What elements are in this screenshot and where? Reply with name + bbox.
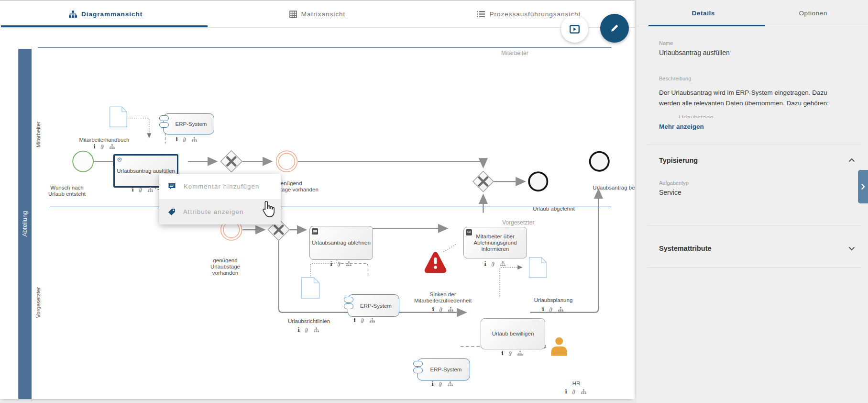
erp-system-mid[interactable]: ERP-System: [348, 294, 399, 317]
sitemap-icon[interactable]: [500, 261, 506, 267]
erp-system-bottom[interactable]: ERP-System: [417, 358, 470, 381]
tab-process-label: Prozessausführungsansicht: [489, 11, 581, 18]
tasktype-value: Service: [659, 189, 681, 196]
attribute-icons[interactable]: i: [432, 306, 453, 313]
info-icon[interactable]: i: [330, 261, 332, 267]
task-urlaubsantrag-ablehnen[interactable]: Urlaubsantrag ablehnen: [309, 226, 373, 260]
sitemap-icon[interactable]: [558, 307, 564, 312]
matrix-view-icon: [289, 11, 297, 18]
sitemap-icon[interactable]: [448, 307, 454, 312]
edit-button[interactable]: [600, 14, 629, 43]
document-urlaubsplanung[interactable]: [529, 257, 547, 278]
info-icon[interactable]: i: [431, 381, 433, 387]
chevron-right-icon: [861, 183, 865, 190]
paperclip-icon[interactable]: [439, 307, 444, 313]
attribute-icons[interactable]: i: [297, 327, 319, 333]
active-tab-underline: [1, 25, 208, 27]
chevron-up-icon[interactable]: [848, 158, 855, 162]
task-urlaub-bewilligen[interactable]: Urlaub bewilligen: [481, 318, 545, 349]
info-icon[interactable]: i: [93, 144, 95, 150]
paperclip-icon[interactable]: [304, 327, 309, 333]
erp-label: ERP-System: [176, 121, 207, 127]
attribute-icons[interactable]: i: [176, 136, 197, 143]
sitemap-icon[interactable]: [110, 144, 115, 149]
info-icon[interactable]: i: [542, 306, 544, 313]
comment-icon: [168, 183, 176, 190]
task-label: Urlaubsantrag ausfüllen: [117, 168, 175, 174]
tab-matrix-label: Matrixansicht: [301, 11, 346, 18]
task-label: Urlaub bewilligen: [492, 331, 534, 337]
play-icon: [570, 25, 580, 34]
play-view-button[interactable]: [561, 15, 588, 43]
attribute-icons[interactable]: i: [431, 381, 453, 387]
sitemap-icon[interactable]: [346, 261, 352, 267]
attribute-icons[interactable]: i: [542, 306, 563, 313]
paperclip-icon[interactable]: [571, 389, 577, 395]
menu-item-kommentar-hinzufuegen[interactable]: Kommentar hinzufügen: [159, 174, 281, 199]
tab-diagrammansicht[interactable]: Diagrammansicht: [0, 1, 211, 27]
info-icon[interactable]: i: [501, 350, 503, 357]
info-icon[interactable]: i: [565, 389, 567, 395]
panel-collapse-handle[interactable]: [858, 170, 868, 203]
divider: [647, 145, 861, 145]
attribute-icons[interactable]: i: [565, 389, 586, 395]
info-icon[interactable]: i: [353, 317, 355, 324]
info-icon[interactable]: i: [132, 187, 133, 193]
intermediate-event-top[interactable]: [276, 151, 297, 172]
document-urlaubsrichtlinien[interactable]: [301, 278, 319, 298]
document-mitarbeiterhandbuch[interactable]: [110, 107, 127, 127]
description-clipped-line: Urlaubstage: [679, 114, 714, 118]
sitemap-icon[interactable]: [517, 351, 523, 356]
risk-warning-icon[interactable]: [427, 254, 444, 270]
paperclip-icon[interactable]: [360, 318, 365, 324]
paperclip-icon[interactable]: [182, 137, 187, 143]
sitemap-icon[interactable]: [192, 137, 198, 142]
section-systemattribute[interactable]: Systemattribute: [659, 245, 712, 252]
sitemap-icon[interactable]: [581, 389, 587, 394]
paperclip-icon[interactable]: [337, 261, 342, 267]
info-icon[interactable]: i: [484, 261, 486, 267]
info-icon[interactable]: i: [297, 327, 299, 333]
sitemap-icon[interactable]: [314, 327, 319, 333]
task-mitarbeiter-informieren[interactable]: ✉ Mitarbeiter über Ablehnungsgrund infor…: [463, 227, 527, 258]
sitemap-icon[interactable]: [148, 187, 154, 192]
diagram-view-icon: [69, 11, 77, 18]
process-view-icon: [477, 11, 485, 18]
show-more-link[interactable]: Mehr anzeigen: [659, 123, 704, 130]
end-event-bewilligt[interactable]: [590, 152, 609, 171]
erp-system-top[interactable]: ERP-System: [163, 113, 214, 134]
info-icon[interactable]: i: [432, 306, 434, 313]
message-task-icon: ✉: [466, 229, 472, 235]
start-event-label: Wunsch nach Urlaub entsteht: [37, 185, 97, 197]
attribute-icons[interactable]: i: [501, 350, 523, 357]
tab-matrixansicht[interactable]: Matrixansicht: [211, 1, 423, 27]
start-event[interactable]: [73, 151, 93, 172]
hr-person-icon[interactable]: [551, 337, 567, 356]
divider: [647, 225, 861, 225]
gateway-xor-1[interactable]: [220, 151, 242, 172]
pencil-icon: [609, 22, 620, 34]
attribute-icons[interactable]: i: [330, 261, 352, 267]
attribute-icons[interactable]: i: [93, 144, 115, 150]
paperclip-icon[interactable]: [508, 351, 513, 357]
attribute-icons[interactable]: i: [132, 187, 153, 193]
info-icon[interactable]: i: [176, 136, 177, 143]
paperclip-icon[interactable]: [100, 144, 105, 150]
sitemap-icon[interactable]: [448, 381, 453, 387]
attribute-icons[interactable]: i: [484, 261, 505, 267]
hr-label: HR: [557, 381, 595, 387]
gateway-xor-2[interactable]: [473, 171, 494, 192]
paperclip-icon[interactable]: [549, 307, 554, 313]
paperclip-icon[interactable]: [138, 187, 143, 193]
chevron-down-icon[interactable]: [848, 246, 855, 251]
paperclip-icon[interactable]: [491, 261, 496, 267]
bpmn-canvas[interactable]: Abteilung Mitarbeiter Vorgesetzter Mitar…: [0, 27, 635, 399]
attribute-icons[interactable]: i: [353, 317, 375, 324]
tab-optionen[interactable]: Optionen: [758, 0, 868, 26]
service-task-gear-icon: ⚙: [117, 157, 122, 163]
section-typisierung[interactable]: Typisierung: [659, 157, 698, 164]
end-event-abgelehnt[interactable]: [529, 172, 547, 190]
sitemap-icon[interactable]: [370, 318, 375, 323]
tab-details[interactable]: Details: [648, 0, 758, 26]
paperclip-icon[interactable]: [438, 381, 443, 387]
